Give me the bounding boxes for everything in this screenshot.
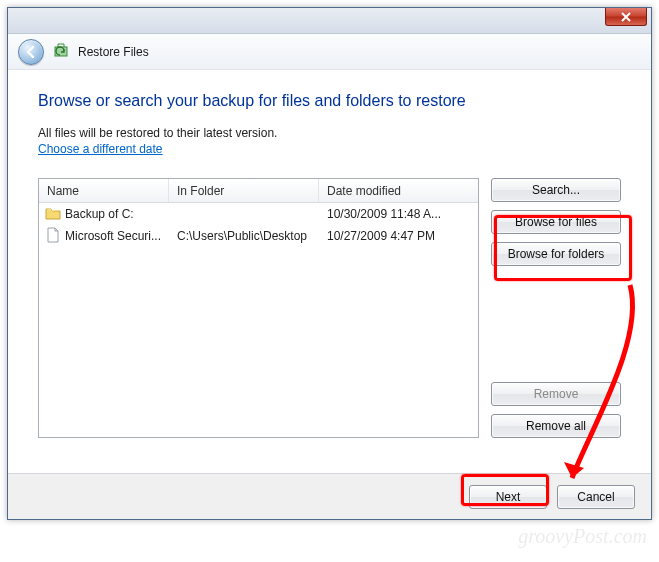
list-header: Name In Folder Date modified [39, 179, 478, 203]
footer: Next Cancel [8, 473, 651, 519]
row-date: 10/27/2009 4:47 PM [319, 229, 478, 243]
window-title: Restore Files [78, 45, 149, 59]
side-buttons: Search... Browse for files Browse for fo… [491, 178, 621, 438]
subtext: All files will be restored to their late… [38, 126, 621, 140]
table-row[interactable]: Microsoft Securi... C:\Users\Public\Desk… [39, 225, 478, 247]
row-name: Backup of C: [65, 207, 134, 221]
browse-folders-button[interactable]: Browse for folders [491, 242, 621, 266]
back-arrow-icon [24, 45, 38, 59]
close-button[interactable] [605, 8, 647, 26]
row-date: 10/30/2009 11:48 A... [319, 207, 478, 221]
content-area: Browse or search your backup for files a… [8, 70, 651, 456]
page-heading: Browse or search your backup for files a… [38, 92, 621, 110]
choose-date-link[interactable]: Choose a different date [38, 142, 163, 156]
file-list: Name In Folder Date modified Backup of C… [38, 178, 479, 438]
column-header-folder[interactable]: In Folder [169, 179, 319, 202]
restore-files-icon [52, 41, 70, 62]
table-row[interactable]: Backup of C: 10/30/2009 11:48 A... [39, 203, 478, 225]
window-frame: Restore Files Browse or search your back… [7, 7, 652, 520]
watermark: groovyPost.com [518, 525, 647, 548]
header-row: Restore Files [8, 34, 651, 70]
close-icon [620, 12, 632, 22]
browse-files-button[interactable]: Browse for files [491, 210, 621, 234]
column-header-date[interactable]: Date modified [319, 179, 478, 202]
search-button[interactable]: Search... [491, 178, 621, 202]
remove-all-button[interactable]: Remove all [491, 414, 621, 438]
row-name: Microsoft Securi... [65, 229, 161, 243]
cancel-button[interactable]: Cancel [557, 485, 635, 509]
main-area: Name In Folder Date modified Backup of C… [38, 178, 621, 438]
column-header-name[interactable]: Name [39, 179, 169, 202]
titlebar [8, 8, 651, 34]
file-icon [45, 227, 61, 246]
row-folder: C:\Users\Public\Desktop [169, 229, 319, 243]
next-button[interactable]: Next [469, 485, 547, 509]
list-body: Backup of C: 10/30/2009 11:48 A... Micro… [39, 203, 478, 437]
remove-button[interactable]: Remove [491, 382, 621, 406]
back-button[interactable] [18, 39, 44, 65]
folder-icon [45, 205, 61, 224]
